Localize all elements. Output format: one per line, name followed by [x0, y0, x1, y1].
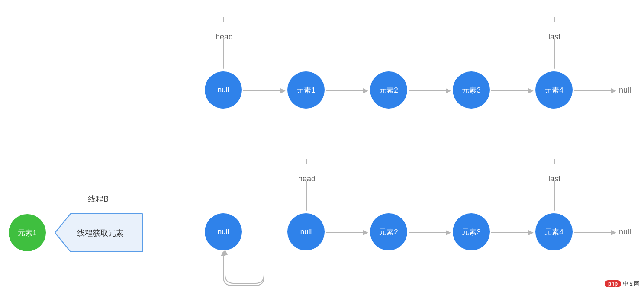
thread-action-label: 线程获取元素: [77, 228, 124, 238]
top-node-3: 元素3: [453, 71, 490, 109]
svg-marker-2: [223, 64, 224, 69]
svg-marker-7: [280, 88, 286, 93]
bottom-node-0: null: [205, 213, 242, 250]
head-pointer-bottom: [306, 159, 307, 211]
bottom-arrow-1-2: [326, 230, 368, 235]
head-label-bottom: head: [298, 174, 316, 183]
svg-marker-29: [528, 230, 534, 235]
node-label: 元素3: [462, 85, 480, 95]
bottom-node-3: 元素3: [453, 213, 490, 250]
last-pointer-top: [554, 17, 555, 69]
top-trailing-null: null: [619, 86, 631, 95]
top-node-2: 元素2: [370, 71, 407, 109]
watermark-brand: php: [605, 280, 621, 287]
bottom-trailing-null: null: [619, 228, 631, 237]
bottom-node-2: 元素2: [370, 213, 407, 250]
last-label-bottom: last: [548, 174, 560, 183]
node-label: null: [218, 86, 229, 94]
top-arrow-3-4: [491, 88, 534, 93]
svg-marker-22: [221, 251, 226, 256]
bottom-node-1: null: [287, 213, 325, 250]
svg-marker-18: [306, 206, 307, 211]
svg-marker-11: [446, 88, 451, 93]
svg-marker-5: [554, 64, 555, 69]
node-label: 元素1: [18, 228, 36, 238]
node-label: 元素2: [379, 85, 398, 95]
node-label: 元素3: [462, 227, 480, 237]
top-node-4: 元素4: [535, 71, 573, 109]
top-arrow-1-2: [326, 88, 368, 93]
svg-marker-27: [446, 230, 451, 235]
bottom-arrow-3-4: [491, 230, 534, 235]
node-label: 元素2: [379, 227, 398, 237]
top-node-1: 元素1: [287, 71, 325, 109]
node-label: 元素1: [296, 85, 315, 95]
watermark: php 中文网: [605, 280, 640, 288]
node-label: 元素4: [544, 85, 563, 95]
node-label: null: [300, 228, 312, 236]
svg-marker-25: [363, 230, 368, 235]
bottom-node-4: 元素4: [535, 213, 573, 250]
node-label: null: [218, 228, 229, 236]
head-label-top: head: [216, 32, 233, 42]
watermark-site: 中文网: [623, 280, 640, 288]
svg-marker-21: [554, 206, 555, 211]
last-pointer-bottom: [554, 159, 555, 211]
svg-marker-9: [363, 88, 368, 93]
thread-title: 线程B: [88, 194, 109, 204]
bottom-node-0-self-loop: [208, 247, 273, 292]
svg-marker-13: [528, 88, 534, 93]
node-label: 元素4: [544, 227, 563, 237]
svg-marker-15: [611, 88, 616, 93]
last-label-top: last: [548, 32, 560, 42]
bottom-arrow-2-3: [409, 230, 451, 235]
svg-marker-31: [611, 230, 616, 235]
retrieved-element-node: 元素1: [9, 214, 46, 251]
top-arrow-2-3: [409, 88, 451, 93]
top-arrow-0-1: [243, 88, 286, 93]
head-pointer-top: [223, 17, 224, 69]
top-arrow-4-null: [574, 88, 616, 93]
bottom-arrow-4-null: [574, 230, 616, 235]
top-node-0: null: [205, 71, 242, 109]
